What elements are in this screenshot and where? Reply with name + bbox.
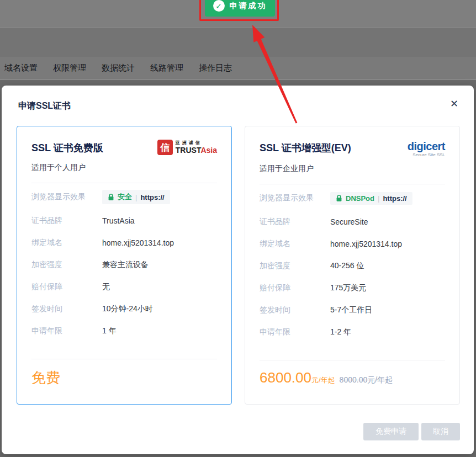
- cert-brand-row: 证书品牌 SecureSite: [260, 216, 445, 227]
- row-label: 赔付保障: [260, 283, 330, 293]
- close-icon[interactable]: ✕: [450, 99, 458, 109]
- cert-brand-row: 证书品牌 TrustAsia: [31, 215, 217, 226]
- compensation-row: 赔付保障 175万美元: [260, 283, 445, 294]
- card-head: SSL 证书增强型(EV) digicert Secure Site SSL: [260, 140, 445, 157]
- encryption-row: 加密强度 40-256 位: [260, 261, 445, 272]
- trustasia-cn-text: 亚洲诚信: [176, 141, 217, 145]
- ssl-apply-dialog: 申请SSL证书 ✕ SSL 证书免费版 信 亚洲诚信 TRUSTAsia 适用于…: [2, 86, 474, 454]
- digicert-logo: digicert Secure Site SSL: [408, 141, 445, 157]
- dimmed-page-band: [0, 28, 476, 57]
- apply-years-row: 申请年限 1-2 年: [260, 327, 445, 338]
- row-value: 40-256 位: [330, 261, 364, 271]
- dialog-title: 申请SSL证书: [18, 100, 71, 112]
- row-label: 证书品牌: [260, 217, 330, 227]
- card-subtitle: 适用于个人用户: [31, 163, 217, 173]
- row-label: 绑定域名: [31, 238, 102, 248]
- lock-icon: [108, 194, 114, 201]
- card-title: SSL 证书免费版: [31, 140, 103, 156]
- issue-time-row: 签发时间 5-7个工作日: [260, 305, 445, 316]
- bound-domain-row: 绑定域名 home.xjj5201314.top: [260, 238, 445, 249]
- price-line: 6800.00 元/年起 8000.00元/年起: [260, 369, 445, 386]
- tab-operation-log[interactable]: 操作日志: [199, 63, 232, 73]
- price-unit: 元/年起: [311, 375, 335, 385]
- card-title: SSL 证书增强型(EV): [260, 140, 351, 156]
- chip-separator: |: [378, 194, 379, 203]
- annotation-highlight-box: [199, 0, 279, 21]
- digicert-wordmark: digicert: [408, 141, 445, 152]
- background-tab-bar: 域名设置 权限管理 数据统计 线路管理 操作日志: [0, 57, 476, 79]
- price-free-label: 免费: [31, 368, 217, 387]
- chip-url-text: https://: [140, 193, 164, 201]
- trustasia-en-text: TRUSTAsia: [176, 146, 217, 154]
- row-label: 浏览器显示效果: [260, 193, 330, 203]
- divider: [260, 184, 445, 184]
- browser-chip: 安全 | https://: [102, 190, 170, 204]
- row-label: 申请年限: [260, 327, 330, 337]
- row-label: 签发时间: [31, 304, 102, 314]
- browser-chip: DNSPod | https://: [330, 192, 412, 205]
- card-subtitle: 适用于企业用户: [260, 164, 445, 174]
- free-apply-button[interactable]: 免费申请: [363, 423, 419, 440]
- tab-permission-management[interactable]: 权限管理: [53, 63, 86, 73]
- trustasia-wordmark: 亚洲诚信 TRUSTAsia: [176, 141, 217, 154]
- row-label: 签发时间: [260, 305, 330, 315]
- tab-data-statistics[interactable]: 数据统计: [102, 63, 135, 73]
- row-value: 10分钟-24小时: [102, 304, 153, 314]
- encryption-row: 加密强度 兼容主流设备: [31, 259, 217, 270]
- trustasia-badge-icon: 信: [157, 140, 173, 155]
- row-label: 加密强度: [260, 261, 330, 271]
- divider: [31, 359, 217, 359]
- chip-secure-text: 安全: [118, 192, 132, 202]
- chip-url-text: https://: [383, 194, 406, 203]
- bound-domain-row: 绑定域名 home.xjj5201314.top: [31, 237, 217, 248]
- row-value: SecureSite: [330, 217, 368, 226]
- row-value: home.xjj5201314.top: [102, 238, 174, 247]
- browser-effect-row: 浏览器显示效果 DNSPod | https://: [260, 191, 445, 205]
- chip-secure-text: DNSPod: [346, 194, 374, 203]
- row-label: 浏览器显示效果: [31, 192, 102, 202]
- row-value: TrustAsia: [102, 216, 135, 225]
- issue-time-row: 签发时间 10分钟-24小时: [31, 304, 217, 315]
- card-ssl-ev[interactable]: SSL 证书增强型(EV) digicert Secure Site SSL 适…: [245, 126, 460, 405]
- card-ssl-free[interactable]: SSL 证书免费版 信 亚洲诚信 TRUSTAsia 适用于个人用户 浏览器显示…: [17, 126, 232, 405]
- tab-domain-settings[interactable]: 域名设置: [4, 63, 38, 73]
- digicert-subtext: Secure Site SSL: [412, 153, 445, 157]
- price-amount: 6800.00: [260, 369, 311, 386]
- row-label: 绑定域名: [260, 239, 330, 249]
- row-label: 加密强度: [31, 260, 102, 270]
- lock-icon: [336, 195, 342, 202]
- trustasia-trust: TRUST: [176, 146, 201, 155]
- row-value: 1-2 年: [330, 327, 351, 337]
- row-label: 赔付保障: [31, 282, 102, 292]
- cancel-button[interactable]: 取消: [421, 423, 460, 440]
- divider: [260, 360, 445, 360]
- tab-line-management[interactable]: 线路管理: [150, 63, 183, 73]
- row-value: 兼容主流设备: [102, 260, 149, 270]
- card-head: SSL 证书免费版 信 亚洲诚信 TRUSTAsia: [31, 140, 217, 156]
- price-old: 8000.00元/年起: [340, 375, 393, 385]
- compensation-row: 赔付保障 无: [31, 281, 217, 293]
- certificate-cards: SSL 证书免费版 信 亚洲诚信 TRUSTAsia 适用于个人用户 浏览器显示…: [17, 126, 460, 405]
- row-label: 证书品牌: [31, 216, 102, 226]
- row-value: 无: [102, 282, 110, 292]
- divider: [31, 183, 217, 183]
- row-value: home.xjj5201314.top: [330, 240, 402, 248]
- row-value: 1 年: [102, 326, 117, 336]
- chip-separator: |: [135, 193, 137, 201]
- trustasia-asia: Asia: [200, 146, 217, 155]
- browser-effect-row: 浏览器显示效果 安全 | https://: [31, 190, 217, 204]
- row-value: 175万美元: [330, 283, 366, 293]
- trustasia-logo: 信 亚洲诚信 TRUSTAsia: [157, 140, 217, 155]
- row-label: 申请年限: [31, 326, 102, 336]
- screen: 域名设置 权限管理 数据统计 线路管理 操作日志 ✓ 申请成功 申请SSL证书 …: [0, 0, 476, 457]
- row-value: 5-7个工作日: [330, 305, 372, 315]
- apply-years-row: 申请年限 1 年: [31, 326, 217, 337]
